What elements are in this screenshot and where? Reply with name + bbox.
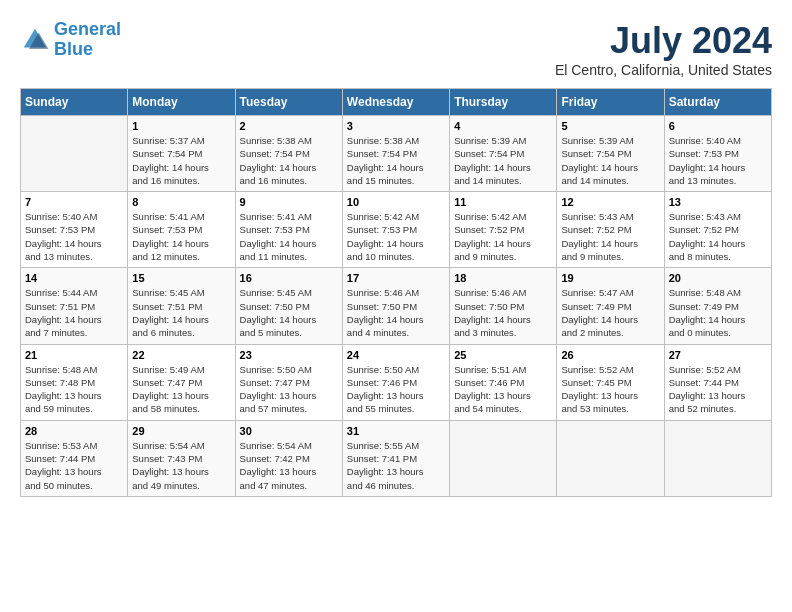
day-number: 29 xyxy=(132,425,230,437)
calendar-cell: 27Sunrise: 5:52 AM Sunset: 7:44 PM Dayli… xyxy=(664,344,771,420)
day-number: 10 xyxy=(347,196,445,208)
header-day-thursday: Thursday xyxy=(450,89,557,116)
day-number: 31 xyxy=(347,425,445,437)
calendar-cell: 14Sunrise: 5:44 AM Sunset: 7:51 PM Dayli… xyxy=(21,268,128,344)
calendar-cell xyxy=(557,420,664,496)
month-title: July 2024 xyxy=(555,20,772,62)
day-number: 18 xyxy=(454,272,552,284)
day-number: 16 xyxy=(240,272,338,284)
day-info: Sunrise: 5:39 AM Sunset: 7:54 PM Dayligh… xyxy=(561,134,659,187)
day-info: Sunrise: 5:51 AM Sunset: 7:46 PM Dayligh… xyxy=(454,363,552,416)
day-number: 26 xyxy=(561,349,659,361)
day-info: Sunrise: 5:52 AM Sunset: 7:45 PM Dayligh… xyxy=(561,363,659,416)
day-info: Sunrise: 5:47 AM Sunset: 7:49 PM Dayligh… xyxy=(561,286,659,339)
day-info: Sunrise: 5:38 AM Sunset: 7:54 PM Dayligh… xyxy=(347,134,445,187)
day-info: Sunrise: 5:48 AM Sunset: 7:49 PM Dayligh… xyxy=(669,286,767,339)
day-info: Sunrise: 5:45 AM Sunset: 7:50 PM Dayligh… xyxy=(240,286,338,339)
calendar-cell: 28Sunrise: 5:53 AM Sunset: 7:44 PM Dayli… xyxy=(21,420,128,496)
day-info: Sunrise: 5:53 AM Sunset: 7:44 PM Dayligh… xyxy=(25,439,123,492)
logo: General Blue xyxy=(20,20,121,60)
calendar-cell: 26Sunrise: 5:52 AM Sunset: 7:45 PM Dayli… xyxy=(557,344,664,420)
calendar-cell xyxy=(450,420,557,496)
header-day-wednesday: Wednesday xyxy=(342,89,449,116)
calendar-table: SundayMondayTuesdayWednesdayThursdayFrid… xyxy=(20,88,772,497)
header-day-saturday: Saturday xyxy=(664,89,771,116)
calendar-cell: 30Sunrise: 5:54 AM Sunset: 7:42 PM Dayli… xyxy=(235,420,342,496)
calendar-cell: 12Sunrise: 5:43 AM Sunset: 7:52 PM Dayli… xyxy=(557,192,664,268)
day-info: Sunrise: 5:50 AM Sunset: 7:46 PM Dayligh… xyxy=(347,363,445,416)
day-number: 11 xyxy=(454,196,552,208)
location-title: El Centro, California, United States xyxy=(555,62,772,78)
day-info: Sunrise: 5:38 AM Sunset: 7:54 PM Dayligh… xyxy=(240,134,338,187)
day-number: 19 xyxy=(561,272,659,284)
day-info: Sunrise: 5:45 AM Sunset: 7:51 PM Dayligh… xyxy=(132,286,230,339)
day-number: 13 xyxy=(669,196,767,208)
day-number: 28 xyxy=(25,425,123,437)
day-number: 14 xyxy=(25,272,123,284)
day-number: 5 xyxy=(561,120,659,132)
header-day-sunday: Sunday xyxy=(21,89,128,116)
calendar-cell xyxy=(21,116,128,192)
day-info: Sunrise: 5:55 AM Sunset: 7:41 PM Dayligh… xyxy=(347,439,445,492)
day-number: 6 xyxy=(669,120,767,132)
day-info: Sunrise: 5:52 AM Sunset: 7:44 PM Dayligh… xyxy=(669,363,767,416)
calendar-header-row: SundayMondayTuesdayWednesdayThursdayFrid… xyxy=(21,89,772,116)
header-day-friday: Friday xyxy=(557,89,664,116)
calendar-cell: 19Sunrise: 5:47 AM Sunset: 7:49 PM Dayli… xyxy=(557,268,664,344)
day-number: 27 xyxy=(669,349,767,361)
calendar-cell: 24Sunrise: 5:50 AM Sunset: 7:46 PM Dayli… xyxy=(342,344,449,420)
calendar-cell: 20Sunrise: 5:48 AM Sunset: 7:49 PM Dayli… xyxy=(664,268,771,344)
day-number: 15 xyxy=(132,272,230,284)
calendar-cell: 10Sunrise: 5:42 AM Sunset: 7:53 PM Dayli… xyxy=(342,192,449,268)
calendar-week-row: 7Sunrise: 5:40 AM Sunset: 7:53 PM Daylig… xyxy=(21,192,772,268)
day-info: Sunrise: 5:54 AM Sunset: 7:43 PM Dayligh… xyxy=(132,439,230,492)
day-info: Sunrise: 5:48 AM Sunset: 7:48 PM Dayligh… xyxy=(25,363,123,416)
day-info: Sunrise: 5:49 AM Sunset: 7:47 PM Dayligh… xyxy=(132,363,230,416)
day-number: 1 xyxy=(132,120,230,132)
calendar-week-row: 1Sunrise: 5:37 AM Sunset: 7:54 PM Daylig… xyxy=(21,116,772,192)
header-day-monday: Monday xyxy=(128,89,235,116)
calendar-cell: 15Sunrise: 5:45 AM Sunset: 7:51 PM Dayli… xyxy=(128,268,235,344)
calendar-cell: 4Sunrise: 5:39 AM Sunset: 7:54 PM Daylig… xyxy=(450,116,557,192)
day-info: Sunrise: 5:41 AM Sunset: 7:53 PM Dayligh… xyxy=(240,210,338,263)
day-number: 24 xyxy=(347,349,445,361)
day-info: Sunrise: 5:41 AM Sunset: 7:53 PM Dayligh… xyxy=(132,210,230,263)
day-info: Sunrise: 5:37 AM Sunset: 7:54 PM Dayligh… xyxy=(132,134,230,187)
calendar-cell: 29Sunrise: 5:54 AM Sunset: 7:43 PM Dayli… xyxy=(128,420,235,496)
calendar-cell: 9Sunrise: 5:41 AM Sunset: 7:53 PM Daylig… xyxy=(235,192,342,268)
day-number: 21 xyxy=(25,349,123,361)
day-number: 20 xyxy=(669,272,767,284)
day-number: 3 xyxy=(347,120,445,132)
calendar-week-row: 21Sunrise: 5:48 AM Sunset: 7:48 PM Dayli… xyxy=(21,344,772,420)
day-info: Sunrise: 5:43 AM Sunset: 7:52 PM Dayligh… xyxy=(669,210,767,263)
day-info: Sunrise: 5:40 AM Sunset: 7:53 PM Dayligh… xyxy=(25,210,123,263)
day-number: 12 xyxy=(561,196,659,208)
calendar-cell: 16Sunrise: 5:45 AM Sunset: 7:50 PM Dayli… xyxy=(235,268,342,344)
logo-icon xyxy=(20,25,50,55)
day-info: Sunrise: 5:42 AM Sunset: 7:52 PM Dayligh… xyxy=(454,210,552,263)
day-number: 22 xyxy=(132,349,230,361)
day-number: 8 xyxy=(132,196,230,208)
header: General Blue July 2024 El Centro, Califo… xyxy=(20,20,772,78)
calendar-cell: 7Sunrise: 5:40 AM Sunset: 7:53 PM Daylig… xyxy=(21,192,128,268)
title-area: July 2024 El Centro, California, United … xyxy=(555,20,772,78)
calendar-cell: 18Sunrise: 5:46 AM Sunset: 7:50 PM Dayli… xyxy=(450,268,557,344)
logo-text: General Blue xyxy=(54,20,121,60)
day-info: Sunrise: 5:40 AM Sunset: 7:53 PM Dayligh… xyxy=(669,134,767,187)
calendar-week-row: 14Sunrise: 5:44 AM Sunset: 7:51 PM Dayli… xyxy=(21,268,772,344)
calendar-week-row: 28Sunrise: 5:53 AM Sunset: 7:44 PM Dayli… xyxy=(21,420,772,496)
day-info: Sunrise: 5:42 AM Sunset: 7:53 PM Dayligh… xyxy=(347,210,445,263)
day-number: 30 xyxy=(240,425,338,437)
day-number: 4 xyxy=(454,120,552,132)
calendar-cell: 1Sunrise: 5:37 AM Sunset: 7:54 PM Daylig… xyxy=(128,116,235,192)
calendar-cell: 17Sunrise: 5:46 AM Sunset: 7:50 PM Dayli… xyxy=(342,268,449,344)
day-info: Sunrise: 5:54 AM Sunset: 7:42 PM Dayligh… xyxy=(240,439,338,492)
calendar-cell: 31Sunrise: 5:55 AM Sunset: 7:41 PM Dayli… xyxy=(342,420,449,496)
day-info: Sunrise: 5:39 AM Sunset: 7:54 PM Dayligh… xyxy=(454,134,552,187)
calendar-cell: 5Sunrise: 5:39 AM Sunset: 7:54 PM Daylig… xyxy=(557,116,664,192)
day-number: 17 xyxy=(347,272,445,284)
calendar-cell: 22Sunrise: 5:49 AM Sunset: 7:47 PM Dayli… xyxy=(128,344,235,420)
calendar-cell: 6Sunrise: 5:40 AM Sunset: 7:53 PM Daylig… xyxy=(664,116,771,192)
calendar-cell: 23Sunrise: 5:50 AM Sunset: 7:47 PM Dayli… xyxy=(235,344,342,420)
day-info: Sunrise: 5:43 AM Sunset: 7:52 PM Dayligh… xyxy=(561,210,659,263)
